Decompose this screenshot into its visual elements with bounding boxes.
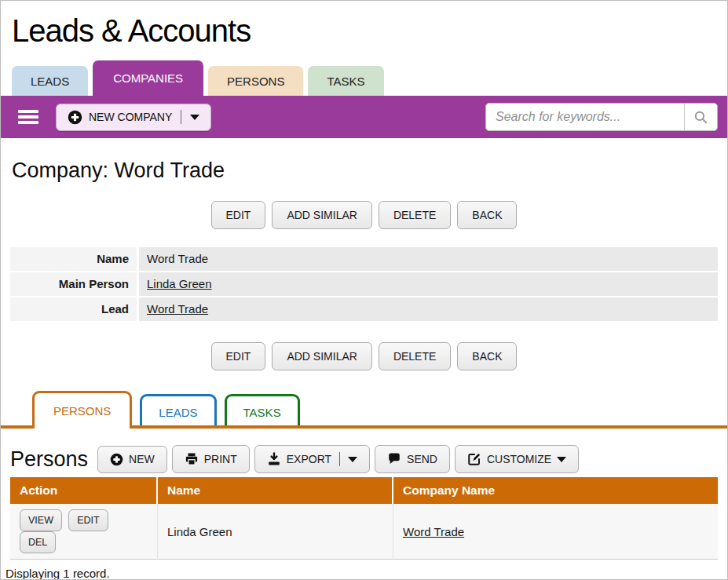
page-title: Leads & Accounts <box>1 1 727 49</box>
edit-button[interactable]: EDIT <box>211 342 266 370</box>
delete-button[interactable]: DELETE <box>379 201 451 229</box>
plus-circle-icon <box>68 110 82 125</box>
send-button[interactable]: SEND <box>375 445 450 473</box>
add-similar-button[interactable]: ADD SIMILAR <box>272 201 371 229</box>
export-button[interactable]: EXPORT <box>254 445 370 473</box>
column-header-action: Action <box>10 477 158 504</box>
back-button[interactable]: BACK <box>457 201 517 229</box>
download-icon <box>267 452 281 466</box>
sub-tab-bar: PERSONS LEADS TASKS <box>1 391 727 429</box>
company-actions-top: EDIT ADD SIMILAR DELETE BACK <box>10 201 718 229</box>
lead-link[interactable]: Word Trade <box>147 302 208 316</box>
button-separator <box>339 452 340 466</box>
new-button-label: NEW <box>129 453 155 465</box>
search-icon <box>693 110 708 125</box>
new-button[interactable]: NEW <box>97 446 167 473</box>
company-heading: Company: Word Trade <box>12 159 718 183</box>
table-row: VIEW EDIT DEL Linda Green Word Trade <box>10 504 718 560</box>
speech-bubble-icon <box>387 452 401 466</box>
chevron-down-icon[interactable] <box>557 457 566 462</box>
main-person-link[interactable]: Linda Green <box>147 277 212 290</box>
tab-tasks[interactable]: TASKS <box>308 66 383 96</box>
edit-button[interactable]: EDIT <box>211 201 266 229</box>
plus-circle-icon <box>110 453 123 466</box>
printer-icon <box>185 452 199 466</box>
detail-label-name: Name <box>10 247 137 271</box>
edit-pencil-icon <box>467 452 481 466</box>
add-similar-button[interactable]: ADD SIMILAR <box>272 342 371 370</box>
chevron-down-icon[interactable] <box>190 115 199 120</box>
column-header-company-name: Company Name <box>393 477 718 504</box>
subtab-tasks[interactable]: TASKS <box>225 394 300 429</box>
tab-leads[interactable]: LEADS <box>12 66 88 96</box>
del-button[interactable]: DEL <box>20 531 56 553</box>
tab-persons[interactable]: PERSONS <box>208 66 303 96</box>
menu-icon[interactable] <box>18 108 38 126</box>
new-company-label: NEW COMPANY <box>89 111 172 123</box>
delete-button[interactable]: DELETE <box>379 342 451 370</box>
chevron-down-icon[interactable] <box>348 457 357 462</box>
detail-value-main-person: Linda Green <box>139 272 718 296</box>
detail-label-lead: Lead <box>10 297 137 321</box>
company-name-link[interactable]: Word Trade <box>403 525 464 538</box>
toolbar: NEW COMPANY <box>1 96 727 138</box>
main-tab-bar: LEADS COMPANIES PERSONS TASKS <box>1 60 727 96</box>
main-content: Company: Word Trade EDIT ADD SIMILAR DEL… <box>1 159 727 580</box>
tab-companies[interactable]: COMPANIES <box>93 60 203 96</box>
customize-button[interactable]: CUSTOMIZE <box>455 445 579 473</box>
print-button-label: PRINT <box>204 453 237 465</box>
subtab-persons[interactable]: PERSONS <box>32 391 132 429</box>
record-count-text: Displaying 1 record. <box>5 560 718 580</box>
persons-table: Action Name Company Name VIEW EDIT DEL L… <box>10 477 718 560</box>
company-details: Name Word Trade Main Person Linda Green … <box>10 247 718 321</box>
persons-toolbar: Persons NEW PRINT <box>10 445 718 473</box>
search-input[interactable] <box>486 104 684 130</box>
edit-button[interactable]: EDIT <box>68 509 108 531</box>
new-company-button[interactable]: NEW COMPANY <box>56 104 211 131</box>
company-actions-bottom: EDIT ADD SIMILAR DELETE BACK <box>10 342 718 370</box>
button-separator <box>181 110 181 124</box>
column-header-name: Name <box>158 477 393 504</box>
page: Leads & Accounts LEADS COMPANIES PERSONS… <box>0 0 728 580</box>
search-button[interactable] <box>684 104 717 130</box>
subtab-leads[interactable]: LEADS <box>140 394 216 429</box>
row-name-cell: Linda Green <box>158 504 393 560</box>
detail-value-name: Word Trade <box>139 247 718 271</box>
customize-button-label: CUSTOMIZE <box>487 453 551 465</box>
view-button[interactable]: VIEW <box>20 509 62 531</box>
print-button[interactable]: PRINT <box>172 445 250 473</box>
search-box <box>485 103 718 131</box>
table-header-row: Action Name Company Name <box>10 477 718 504</box>
detail-label-main-person: Main Person <box>10 272 137 296</box>
row-company-cell: Word Trade <box>393 504 718 560</box>
send-button-label: SEND <box>407 453 437 465</box>
back-button[interactable]: BACK <box>457 342 517 370</box>
detail-value-lead: Word Trade <box>139 297 718 321</box>
row-actions-cell: VIEW EDIT DEL <box>10 504 158 560</box>
export-button-label: EXPORT <box>287 453 331 465</box>
persons-heading: Persons <box>10 447 88 472</box>
